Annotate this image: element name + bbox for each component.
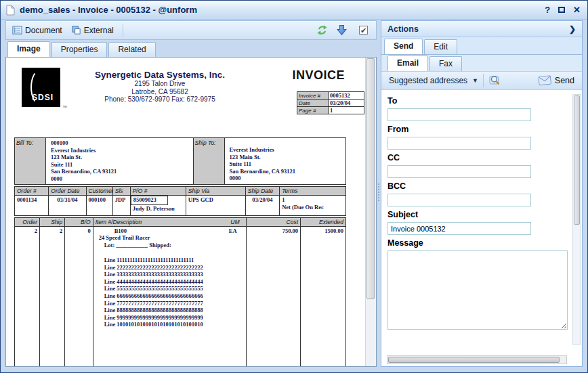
title-bar[interactable]: demo_sales - Invoice - 0005132 - @unform…	[1, 1, 587, 20]
items-col-header: Ship	[40, 218, 65, 226]
actions-header: Actions ❯	[381, 21, 582, 37]
item-ship-qty: 2	[40, 227, 65, 366]
company-address2: Latrobe, CA 95682	[55, 88, 265, 96]
tab-properties[interactable]: Properties	[51, 42, 108, 57]
logo-trademark: ™	[62, 105, 67, 110]
order-col-header: Terms	[280, 187, 346, 196]
to-label: To	[387, 96, 576, 106]
send-subtabstrip: Email Fax	[381, 55, 582, 71]
cc-input[interactable]	[387, 165, 531, 178]
terms-code: 1	[282, 196, 285, 203]
items-col-header: Item #/Description UM	[93, 218, 247, 226]
document-viewer: SDSI ™ Synergetic Data Systems, Inc. 219…	[5, 57, 377, 367]
order-col-header: Sls	[112, 187, 130, 196]
form-vertical-scrollbar[interactable]	[572, 94, 581, 345]
bcc-input[interactable]	[387, 194, 531, 206]
horizontal-scrollbar-thumb[interactable]	[388, 357, 560, 363]
items-body-row: 2 2 0 B100 EA 24 Speed Trail Racer Lo	[15, 227, 345, 366]
document-panel: Document External	[5, 20, 377, 367]
document-scrollbar-thumb[interactable]	[366, 58, 375, 299]
actions-panel: Actions ❯ Send Edit Email Fax Suggested …	[381, 20, 583, 367]
bcc-label: BCC	[387, 181, 576, 191]
actions-title: Actions	[387, 24, 419, 34]
tab-related[interactable]: Related	[108, 42, 155, 57]
document-vertical-scrollbar[interactable]	[365, 58, 376, 366]
email-form: To From CC BCC Subject Message	[381, 90, 582, 366]
close-button[interactable]: ✕	[573, 5, 581, 15]
search-address-icon	[489, 74, 501, 87]
panel-splitter[interactable]	[377, 20, 381, 367]
toolbar-separator	[123, 24, 123, 37]
help-button[interactable]: ?	[545, 5, 550, 15]
item-um: EA	[229, 227, 244, 234]
email-toolbar: Suggested addresses ▼	[381, 71, 582, 90]
tab-image[interactable]: Image	[7, 41, 50, 57]
address-search-button[interactable]	[486, 73, 505, 88]
to-input[interactable]	[387, 108, 531, 121]
send-button[interactable]: Send	[536, 74, 577, 87]
tab-send[interactable]: Send	[384, 39, 423, 54]
send-tab-content: Email Fax Suggested addresses ▼	[381, 54, 582, 366]
items-col-header: B/O	[65, 218, 93, 226]
toolbar-separator	[483, 74, 484, 87]
external-windows-icon	[71, 25, 81, 35]
comment-line: Line 888888888888888888888888888888	[104, 307, 244, 314]
external-button[interactable]: External	[69, 24, 119, 37]
comment-line: Line 666666666666666666666666666666	[104, 292, 244, 300]
po-number: 85009023	[131, 196, 168, 205]
suggested-addresses-dropdown[interactable]: Suggested addresses ▼	[386, 74, 481, 87]
company-address1: 2195 Talon Drive	[55, 80, 265, 88]
bill-to-line: 0000	[51, 175, 117, 183]
tab-fax[interactable]: Fax	[429, 56, 462, 71]
ship-to-line: Suite 111	[230, 160, 295, 168]
item-extended: 1500.00	[301, 227, 345, 366]
meta-value: 1	[329, 107, 364, 114]
document-button[interactable]: Document	[10, 24, 68, 37]
from-input[interactable]	[387, 137, 531, 150]
order-col-header: P/O #	[130, 187, 186, 196]
comment-line: Line 999999999999999999999999999999	[104, 314, 244, 322]
collapse-chevron-icon[interactable]: ❯	[569, 24, 576, 34]
form-scrollbar-thumb[interactable]	[574, 95, 580, 225]
message-textarea[interactable]	[387, 250, 568, 330]
tab-email[interactable]: Email	[387, 56, 428, 71]
bill-to-line: 123 Main St.	[51, 154, 117, 161]
meta-label: Invoice #	[297, 92, 329, 100]
suggested-addresses-label: Suggested addresses	[389, 76, 467, 85]
invoice-title: INVOICE	[292, 68, 345, 83]
item-lot-line: Lot: ___________ Shipped:	[104, 242, 244, 249]
form-horizontal-scrollbar[interactable]	[387, 355, 567, 364]
toolbar-checkbox[interactable]: ✔	[359, 26, 368, 35]
app-window: demo_sales - Invoice - 0005132 - @unform…	[0, 0, 588, 373]
ship-to-line: 0000	[230, 175, 295, 182]
terms-text: Net (Due On Rec	[282, 204, 324, 211]
ship-to-line: Everest Industries	[230, 146, 295, 154]
order-col-header: Ship Date	[245, 187, 279, 196]
item-backorder-qty: 0	[65, 227, 93, 366]
bill-to-line: 000100	[51, 139, 117, 147]
items-header-row: Order Ship B/O Item #/Description UM Cos…	[15, 218, 345, 227]
order-col-header: Ship Via	[186, 187, 245, 196]
address-section: Bill To: 000100 Everest Industries 123 M…	[14, 137, 346, 185]
salesperson: JDP	[112, 196, 130, 216]
meta-label: Page #	[297, 107, 329, 114]
item-order-qty: 2	[15, 227, 40, 366]
refresh-button[interactable]	[313, 23, 331, 37]
ship-to-line: San Bernardino, CA 93121	[230, 168, 295, 175]
tab-edit[interactable]: Edit	[424, 39, 457, 54]
logo-text: SDSI	[32, 93, 54, 102]
bill-to-line: Everest Industries	[51, 147, 117, 154]
terms-cell: 1 Net (Due On Rec	[280, 196, 346, 216]
download-button[interactable]	[333, 23, 351, 37]
invoice-meta-table: Invoice # 0005132 Date 03/20/04 Page # 1	[297, 91, 364, 114]
order-col-header: Customer	[86, 187, 112, 196]
cc-label: CC	[387, 153, 576, 162]
message-label: Message	[387, 238, 576, 248]
document-button-label: Document	[25, 26, 62, 35]
comment-line: Line 111111111111111111111111111111	[104, 257, 244, 264]
subject-input[interactable]	[387, 222, 531, 235]
subject-label: Subject	[387, 210, 576, 219]
maximize-button[interactable]	[558, 7, 565, 13]
po-cell: 85009023 Judy D. Peterson	[130, 196, 186, 216]
from-label: From	[387, 125, 576, 134]
